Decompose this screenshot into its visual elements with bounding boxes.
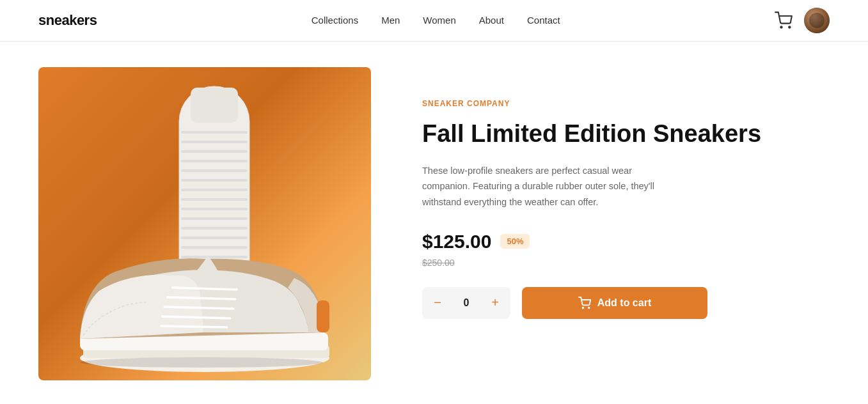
price-current: $125.00 [422, 231, 491, 252]
header-icons [775, 8, 830, 33]
quantity-cart-row: − 0 + Add to cart [422, 287, 830, 319]
product-title: Fall Limited Edition Sneakers [422, 120, 830, 149]
nav-item-women[interactable]: Women [423, 15, 455, 26]
svg-line-27 [161, 326, 227, 327]
discount-badge: 50% [500, 234, 530, 249]
product-image: PRJKT [38, 67, 371, 380]
svg-rect-4 [181, 141, 248, 143]
main-nav: Collections Men Women About Contact [312, 15, 560, 26]
quantity-control: − 0 + [422, 287, 510, 319]
svg-rect-5 [181, 150, 248, 153]
svg-rect-6 [181, 160, 248, 162]
main-content: PRJKT [0, 42, 868, 404]
quantity-decrease-button[interactable]: − [422, 287, 453, 319]
product-description: These low-profile sneakers are perfect c… [422, 163, 678, 210]
nav-item-collections[interactable]: Collections [312, 15, 358, 26]
add-to-cart-button[interactable]: Add to cart [522, 287, 707, 319]
sneaker-illustration: PRJKT [38, 67, 371, 380]
site-header: sneakers Collections Men Women About Con… [0, 0, 868, 42]
svg-point-31 [588, 307, 590, 308]
nav-item-about[interactable]: About [479, 15, 504, 26]
svg-rect-14 [181, 237, 248, 239]
svg-point-30 [582, 307, 583, 308]
svg-rect-7 [181, 169, 248, 172]
nav-item-men[interactable]: Men [381, 15, 400, 26]
cart-icon[interactable] [775, 12, 793, 29]
svg-rect-9 [181, 189, 248, 191]
svg-rect-13 [181, 227, 248, 229]
site-logo[interactable]: sneakers [38, 12, 97, 29]
svg-rect-8 [181, 179, 248, 182]
user-avatar[interactable] [804, 8, 830, 33]
quantity-increase-button[interactable]: + [480, 287, 510, 319]
svg-rect-17 [191, 88, 238, 123]
price-row: $125.00 50% [422, 231, 830, 252]
product-brand: SNEAKER COMPANY [422, 99, 830, 108]
svg-rect-12 [181, 217, 248, 220]
cart-btn-icon [578, 297, 591, 309]
svg-rect-11 [181, 208, 248, 210]
price-original: $250.00 [422, 258, 830, 268]
svg-point-1 [789, 26, 790, 27]
svg-rect-28 [317, 300, 329, 332]
svg-point-29 [80, 357, 323, 368]
svg-rect-15 [181, 246, 248, 249]
quantity-value: 0 [453, 297, 480, 309]
svg-point-0 [780, 26, 782, 27]
svg-rect-10 [181, 198, 248, 201]
svg-rect-3 [181, 131, 248, 134]
nav-item-contact[interactable]: Contact [527, 15, 560, 26]
product-details: SNEAKER COMPANY Fall Limited Edition Sne… [422, 67, 830, 380]
svg-rect-16 [181, 256, 248, 258]
add-to-cart-label: Add to cart [597, 297, 651, 309]
